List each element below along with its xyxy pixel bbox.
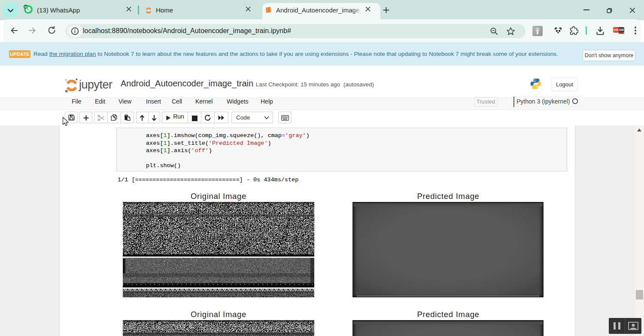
svg-text:13: 13 <box>24 6 27 8</box>
